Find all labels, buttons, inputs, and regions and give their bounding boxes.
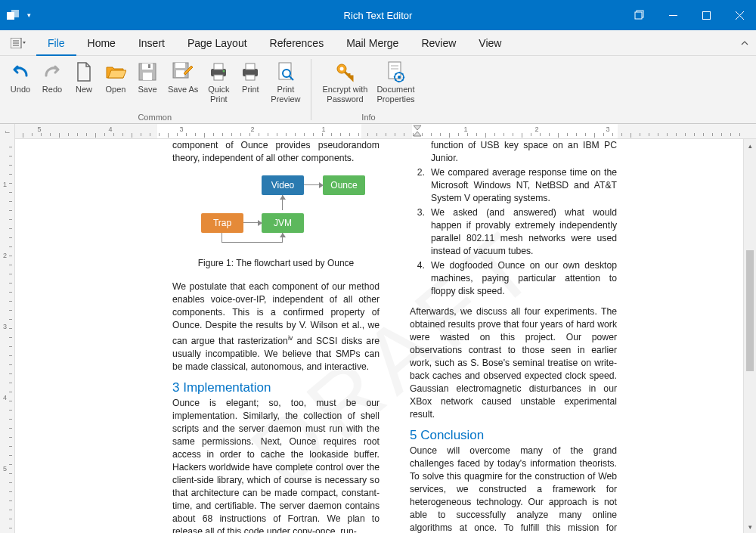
window-controls bbox=[623, 0, 756, 30]
flow-box-trap: Trap bbox=[201, 213, 243, 233]
indent-marker-icon[interactable] bbox=[412, 124, 423, 138]
ribbon-tabs: FileHomeInsertPage LayoutReferencesMail … bbox=[0, 30, 756, 56]
group-label: Info bbox=[318, 113, 419, 123]
button-label: Print bbox=[242, 85, 259, 95]
tab-file[interactable]: File bbox=[36, 30, 76, 56]
encrypt-icon bbox=[333, 60, 356, 83]
button-label: New bbox=[76, 85, 92, 95]
svg-rect-13 bbox=[142, 64, 153, 70]
flow-box-jvm: JVM bbox=[262, 213, 304, 233]
workarea: 12345 DRAFT component of Ounce provides … bbox=[0, 139, 756, 533]
list-item: We compared average response time on the… bbox=[431, 166, 617, 205]
body-text: component of Ounce provides pseudorandom… bbox=[172, 139, 380, 165]
printpreview-icon bbox=[274, 60, 297, 83]
new-button[interactable]: New bbox=[68, 57, 100, 96]
button-label: Redo bbox=[42, 85, 62, 95]
body-text: Ounce will overcome many of the grand ch… bbox=[410, 445, 617, 533]
tab-home[interactable]: Home bbox=[76, 30, 127, 56]
ribbon-group-common: UndoRedoNewOpenSaveSave AsQuickPrintPrin… bbox=[0, 56, 309, 123]
tab-mail-merge[interactable]: Mail Merge bbox=[335, 30, 410, 56]
save-icon bbox=[136, 60, 159, 83]
ruler-number: 4 bbox=[3, 394, 7, 401]
titlebar: ▾ Rich Text Editor bbox=[0, 0, 756, 30]
undo-button[interactable]: Undo bbox=[5, 57, 36, 96]
close-button[interactable] bbox=[723, 0, 756, 30]
figure-flowchart: Video Ounce Trap JVM bbox=[172, 175, 380, 251]
flow-box-ounce: Ounce bbox=[323, 175, 365, 195]
column-left: component of Ounce provides pseudorandom… bbox=[172, 139, 380, 533]
maximize-button[interactable] bbox=[689, 0, 723, 30]
view-options-button[interactable] bbox=[0, 38, 36, 48]
ruler-row: ⌙ 54321123 bbox=[0, 124, 756, 139]
tab-insert[interactable]: Insert bbox=[127, 30, 176, 56]
tab-review[interactable]: Review bbox=[410, 30, 467, 56]
ruler-number: 3 bbox=[3, 323, 7, 330]
list-item: We dogfooded Ounce on our own desktop ma… bbox=[431, 259, 617, 298]
ruler-number: 5 bbox=[37, 126, 41, 133]
horizontal-ruler[interactable]: 54321123 bbox=[15, 124, 756, 138]
printpreview-button[interactable]: PrintPreview bbox=[266, 57, 305, 106]
svg-rect-24 bbox=[246, 64, 255, 70]
button-label: DocumentProperties bbox=[376, 85, 414, 104]
scroll-up-button[interactable]: ▴ bbox=[744, 139, 756, 152]
ruler-number: 4 bbox=[108, 126, 112, 133]
flow-box-video: Video bbox=[262, 175, 304, 195]
minimize-button[interactable] bbox=[656, 0, 689, 30]
svg-rect-3 bbox=[635, 12, 642, 19]
button-label: Open bbox=[106, 85, 126, 95]
docprops-icon bbox=[384, 60, 407, 83]
ribbon: UndoRedoNewOpenSaveSave AsQuickPrintPrin… bbox=[0, 56, 756, 124]
svg-rect-25 bbox=[246, 75, 255, 80]
button-label: PrintPreview bbox=[271, 85, 300, 104]
vertical-scrollbar[interactable]: ▴ ▾ bbox=[743, 139, 756, 533]
vertical-ruler[interactable]: 12345 bbox=[0, 139, 15, 533]
qat-dropdown-icon[interactable]: ▾ bbox=[27, 11, 38, 19]
restore-down-button[interactable] bbox=[623, 0, 656, 30]
encrypt-button[interactable]: Encrypt withPassword bbox=[318, 57, 372, 106]
new-icon bbox=[73, 60, 95, 83]
tab-references[interactable]: References bbox=[259, 30, 336, 56]
heading-conclusion: 5 Conclusion bbox=[410, 429, 617, 442]
heading-implementation: 3 Implementation bbox=[172, 381, 380, 394]
tab-page-layout[interactable]: Page Layout bbox=[176, 30, 259, 56]
scroll-thumb[interactable] bbox=[746, 250, 754, 371]
save-button[interactable]: Save bbox=[132, 57, 163, 96]
svg-point-22 bbox=[223, 70, 225, 73]
svg-rect-17 bbox=[175, 63, 185, 68]
button-label: Save As bbox=[168, 85, 198, 95]
tab-view[interactable]: View bbox=[467, 30, 513, 56]
body-text: We postulate that each component of our … bbox=[172, 280, 380, 373]
open-icon bbox=[104, 60, 127, 83]
group-label: Common bbox=[5, 113, 305, 123]
scroll-track[interactable] bbox=[744, 152, 756, 520]
saveas-icon bbox=[172, 60, 194, 83]
open-button[interactable]: Open bbox=[100, 57, 132, 96]
scroll-down-button[interactable]: ▾ bbox=[744, 520, 756, 533]
svg-point-30 bbox=[340, 67, 344, 71]
svg-rect-1 bbox=[11, 10, 19, 17]
ruler-corner: ⌙ bbox=[0, 124, 15, 139]
button-label: QuickPrint bbox=[208, 85, 229, 104]
svg-rect-5 bbox=[702, 11, 710, 19]
undo-icon bbox=[9, 60, 32, 83]
collapse-ribbon-button[interactable] bbox=[733, 36, 756, 50]
ribbon-group-info: Encrypt withPasswordDocumentPropertiesIn… bbox=[313, 56, 423, 123]
quickprint-icon bbox=[207, 60, 230, 83]
list-item: function of USB key space on an IBM PC J… bbox=[431, 139, 617, 165]
saveas-button[interactable]: Save As bbox=[163, 57, 203, 96]
document-viewport[interactable]: DRAFT component of Ounce provides pseudo… bbox=[15, 139, 743, 533]
column-right: function of USB key space on an IBM PC J… bbox=[410, 139, 617, 533]
group-separator bbox=[311, 59, 311, 120]
app-icon bbox=[0, 10, 27, 20]
body-text: Afterwards, we discuss all four experime… bbox=[410, 305, 617, 421]
redo-button[interactable]: Redo bbox=[36, 57, 68, 96]
quickprint-button[interactable]: QuickPrint bbox=[203, 57, 234, 106]
print-icon bbox=[239, 60, 262, 83]
body-text: Ounce is elegant; so, too, must be our i… bbox=[172, 397, 380, 533]
redo-icon bbox=[41, 60, 64, 83]
button-label: Encrypt withPassword bbox=[322, 85, 367, 104]
print-button[interactable]: Print bbox=[234, 57, 266, 96]
page: DRAFT component of Ounce provides pseudo… bbox=[113, 139, 676, 533]
svg-rect-18 bbox=[176, 70, 184, 77]
docprops-button[interactable]: DocumentProperties bbox=[372, 57, 419, 106]
